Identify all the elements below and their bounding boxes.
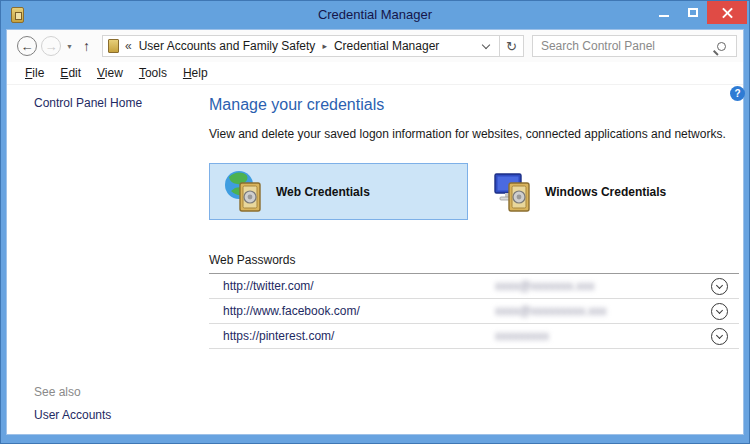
credential-url-link[interactable]: https://pinterest.com/ xyxy=(209,329,495,343)
expand-credential-button[interactable] xyxy=(711,328,728,345)
breadcrumb-item-user-accounts-family-safety[interactable]: User Accounts and Family Safety xyxy=(139,39,316,53)
close-icon xyxy=(722,7,733,18)
maximize-icon xyxy=(688,8,698,17)
credential-username-blurred: xxxxxxxxx xyxy=(495,329,711,343)
menu-bar: File Edit View Tools Help xyxy=(7,62,743,85)
client-area: ← → ▼ ↑ « User Accounts and Family Safet… xyxy=(6,29,744,435)
chevron-down-icon xyxy=(716,331,723,338)
web-passwords-title: Web Passwords xyxy=(209,253,739,267)
sidebar-item-control-panel-home[interactable]: Control Panel Home xyxy=(34,96,142,110)
search-input[interactable] xyxy=(541,39,717,53)
menu-help[interactable]: Help xyxy=(175,63,216,83)
tab-windows-credentials[interactable]: Windows Credentials xyxy=(479,163,729,220)
menu-view[interactable]: View xyxy=(89,63,131,83)
web-passwords-section: Web Passwords http://twitter.com/ xxxx@x… xyxy=(209,253,739,349)
tab-web-credentials[interactable]: Web Credentials xyxy=(209,163,468,220)
recent-pages-dropdown[interactable]: ▼ xyxy=(66,43,73,50)
address-dropdown-icon[interactable] xyxy=(482,40,490,48)
chevron-down-icon xyxy=(716,281,723,288)
credential-row-pinterest: https://pinterest.com/ xxxxxxxxx xyxy=(209,324,739,349)
web-credentials-label: Web Credentials xyxy=(276,185,370,199)
address-bar[interactable]: « User Accounts and Family Safety ▸ Cred… xyxy=(102,35,500,57)
breadcrumb-collapse-chevrons[interactable]: « xyxy=(125,39,132,53)
menu-edit[interactable]: Edit xyxy=(52,63,89,83)
sidebar-item-user-accounts[interactable]: User Accounts xyxy=(34,408,111,422)
maximize-button[interactable] xyxy=(678,1,707,24)
credential-username-blurred: xxxx@xxxxxxx.xxx xyxy=(495,279,711,293)
close-button[interactable] xyxy=(707,1,747,24)
credential-url-link[interactable]: http://www.facebook.com/ xyxy=(209,304,495,318)
menu-tools[interactable]: Tools xyxy=(131,63,175,83)
title-bar: Credential Manager xyxy=(1,1,749,29)
web-credentials-icon xyxy=(222,169,268,215)
refresh-button[interactable]: ↻ xyxy=(500,35,524,57)
credential-row-twitter: http://twitter.com/ xxxx@xxxxxxx.xxx xyxy=(209,274,739,299)
chevron-down-icon xyxy=(716,306,723,313)
content-area: Control Panel Home See also User Account… xyxy=(7,85,743,434)
credential-url-link[interactable]: http://twitter.com/ xyxy=(209,279,495,293)
expand-credential-button[interactable] xyxy=(711,278,728,295)
minimize-button[interactable] xyxy=(649,1,678,24)
credential-type-tiles: Web Credentials Win xyxy=(209,163,739,220)
breadcrumb-item-credential-manager[interactable]: Credential Manager xyxy=(334,39,439,53)
sidebar: Control Panel Home See also User Account… xyxy=(7,85,207,434)
see-also-label: See also xyxy=(34,385,81,399)
credential-manager-window: Credential Manager ← → ▼ ↑ « User Accoun… xyxy=(0,0,750,444)
credential-username-blurred: xxxx@xxxxxxxxx.xxx xyxy=(495,304,711,318)
windows-credentials-icon xyxy=(491,169,537,215)
main-panel: ? Manage your credentials View and delet… xyxy=(209,85,739,349)
credential-manager-icon xyxy=(108,39,119,53)
credential-row-facebook: http://www.facebook.com/ xxxx@xxxxxxxxx.… xyxy=(209,299,739,324)
page-description: View and delete your saved logon informa… xyxy=(209,127,739,141)
breadcrumb-separator-icon: ▸ xyxy=(322,41,327,51)
back-button[interactable]: ← xyxy=(17,36,37,56)
help-button[interactable]: ? xyxy=(730,86,745,101)
windows-credentials-label: Windows Credentials xyxy=(545,185,666,199)
search-box[interactable] xyxy=(532,35,737,57)
navigation-bar: ← → ▼ ↑ « User Accounts and Family Safet… xyxy=(7,30,743,62)
minimize-icon xyxy=(659,15,669,17)
window-title: Credential Manager xyxy=(1,7,749,22)
forward-button[interactable]: → xyxy=(41,36,61,56)
expand-credential-button[interactable] xyxy=(711,303,728,320)
page-title: Manage your credentials xyxy=(209,96,739,114)
search-icon[interactable] xyxy=(717,42,726,51)
menu-file[interactable]: File xyxy=(17,63,52,83)
up-button[interactable]: ↑ xyxy=(83,38,90,54)
